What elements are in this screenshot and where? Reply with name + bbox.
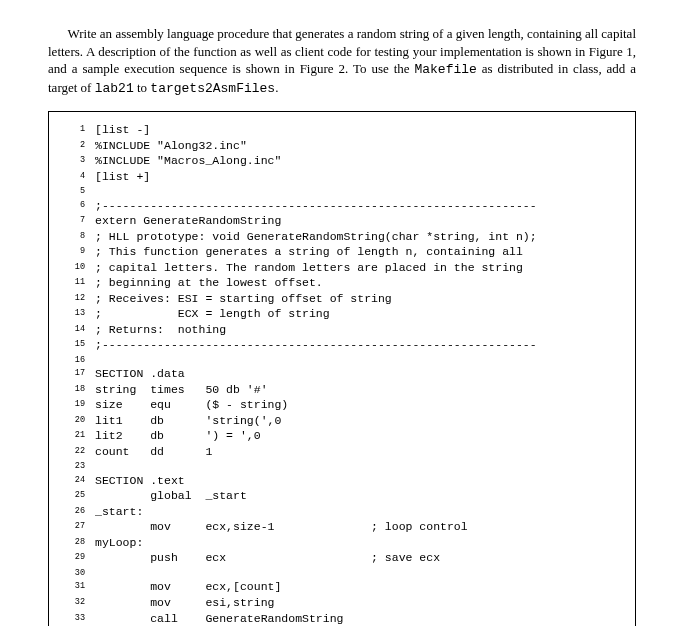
line-number: 25 bbox=[59, 488, 85, 504]
line-number: 18 bbox=[59, 382, 85, 398]
line-number: 28 bbox=[59, 535, 85, 551]
code-text: extern GenerateRandomString bbox=[85, 213, 623, 229]
line-number: 33 bbox=[59, 611, 85, 627]
line-number: 15 bbox=[59, 337, 85, 353]
code-text: myLoop: bbox=[85, 535, 623, 551]
line-number: 17 bbox=[59, 366, 85, 382]
intro-paragraph: Write an assembly language procedure tha… bbox=[48, 25, 636, 97]
code-text: ;---------------------------------------… bbox=[85, 198, 623, 214]
code-line: 8; HLL prototype: void GenerateRandomStr… bbox=[59, 229, 623, 245]
code-line: 1[list -] bbox=[59, 122, 623, 138]
code-line: 9; This function generates a string of l… bbox=[59, 244, 623, 260]
line-number: 3 bbox=[59, 153, 85, 169]
code-text bbox=[85, 566, 623, 579]
line-number: 21 bbox=[59, 428, 85, 444]
intro-text-3: to bbox=[134, 80, 151, 95]
code-line: 10; capital letters. The random letters … bbox=[59, 260, 623, 276]
code-line: 29 push ecx ; save ecx bbox=[59, 550, 623, 566]
code-text: mov ecx,size-1 ; loop control bbox=[85, 519, 623, 535]
code-text: ; beginning at the lowest offset. bbox=[85, 275, 623, 291]
code-text: mov esi,string bbox=[85, 595, 623, 611]
code-text: _start: bbox=[85, 504, 623, 520]
code-text: [list +] bbox=[85, 169, 623, 185]
code-text: global _start bbox=[85, 488, 623, 504]
code-line: 23 bbox=[59, 459, 623, 472]
line-number: 2 bbox=[59, 138, 85, 154]
code-text: SECTION .data bbox=[85, 366, 623, 382]
intro-code-3: targets2AsmFiles bbox=[150, 81, 275, 96]
line-number: 13 bbox=[59, 306, 85, 322]
code-line: 30 bbox=[59, 566, 623, 579]
line-number: 16 bbox=[59, 353, 85, 366]
line-number: 7 bbox=[59, 213, 85, 229]
line-number: 5 bbox=[59, 184, 85, 197]
line-number: 4 bbox=[59, 169, 85, 185]
code-text: ; capital letters. The random letters ar… bbox=[85, 260, 623, 276]
code-text: ; Returns: nothing bbox=[85, 322, 623, 338]
line-number: 27 bbox=[59, 519, 85, 535]
code-listing: 1[list -]2%INCLUDE "Along32.inc"3%INCLUD… bbox=[48, 111, 636, 626]
code-line: 22count dd 1 bbox=[59, 444, 623, 460]
code-text: push ecx ; save ecx bbox=[85, 550, 623, 566]
intro-text-4: . bbox=[275, 80, 278, 95]
line-number: 8 bbox=[59, 229, 85, 245]
line-number: 29 bbox=[59, 550, 85, 566]
code-line: 25 global _start bbox=[59, 488, 623, 504]
code-line: 5 bbox=[59, 184, 623, 197]
code-line: 7extern GenerateRandomString bbox=[59, 213, 623, 229]
code-text: ;---------------------------------------… bbox=[85, 337, 623, 353]
code-line: 16 bbox=[59, 353, 623, 366]
line-number: 1 bbox=[59, 122, 85, 138]
code-line: 13; ECX = length of string bbox=[59, 306, 623, 322]
code-line: 18string times 50 db '#' bbox=[59, 382, 623, 398]
line-number: 11 bbox=[59, 275, 85, 291]
code-line: 15;-------------------------------------… bbox=[59, 337, 623, 353]
code-text: size equ ($ - string) bbox=[85, 397, 623, 413]
line-number: 9 bbox=[59, 244, 85, 260]
code-text: call GenerateRandomString bbox=[85, 611, 623, 627]
code-text bbox=[85, 184, 623, 197]
line-number: 32 bbox=[59, 595, 85, 611]
code-line: 32 mov esi,string bbox=[59, 595, 623, 611]
code-line: 28myLoop: bbox=[59, 535, 623, 551]
code-text bbox=[85, 353, 623, 366]
code-line: 11; beginning at the lowest offset. bbox=[59, 275, 623, 291]
code-line: 31 mov ecx,[count] bbox=[59, 579, 623, 595]
code-line: 2%INCLUDE "Along32.inc" bbox=[59, 138, 623, 154]
code-line: 26_start: bbox=[59, 504, 623, 520]
code-line: 6;--------------------------------------… bbox=[59, 198, 623, 214]
code-text: count dd 1 bbox=[85, 444, 623, 460]
line-number: 12 bbox=[59, 291, 85, 307]
code-text: ; This function generates a string of le… bbox=[85, 244, 623, 260]
line-number: 23 bbox=[59, 459, 85, 472]
code-text: SECTION .text bbox=[85, 473, 623, 489]
line-number: 14 bbox=[59, 322, 85, 338]
line-number: 22 bbox=[59, 444, 85, 460]
line-number: 19 bbox=[59, 397, 85, 413]
code-text: lit1 db 'string(',0 bbox=[85, 413, 623, 429]
line-number: 20 bbox=[59, 413, 85, 429]
code-line: 4[list +] bbox=[59, 169, 623, 185]
line-number: 24 bbox=[59, 473, 85, 489]
code-line: 33 call GenerateRandomString bbox=[59, 611, 623, 627]
code-line: 20lit1 db 'string(',0 bbox=[59, 413, 623, 429]
line-number: 26 bbox=[59, 504, 85, 520]
code-text: string times 50 db '#' bbox=[85, 382, 623, 398]
code-text: ; HLL prototype: void GenerateRandomStri… bbox=[85, 229, 623, 245]
line-number: 10 bbox=[59, 260, 85, 276]
code-text: [list -] bbox=[85, 122, 623, 138]
code-line: 24SECTION .text bbox=[59, 473, 623, 489]
code-line: 19size equ ($ - string) bbox=[59, 397, 623, 413]
code-text: mov ecx,[count] bbox=[85, 579, 623, 595]
code-line: 17SECTION .data bbox=[59, 366, 623, 382]
code-line: 12; Receives: ESI = starting offset of s… bbox=[59, 291, 623, 307]
code-text: ; ECX = length of string bbox=[85, 306, 623, 322]
code-text: ; Receives: ESI = starting offset of str… bbox=[85, 291, 623, 307]
line-number: 6 bbox=[59, 198, 85, 214]
code-text bbox=[85, 459, 623, 472]
code-line: 3%INCLUDE "Macros_Along.inc" bbox=[59, 153, 623, 169]
code-text: %INCLUDE "Along32.inc" bbox=[85, 138, 623, 154]
intro-code-2: lab21 bbox=[95, 81, 134, 96]
code-text: %INCLUDE "Macros_Along.inc" bbox=[85, 153, 623, 169]
line-number: 30 bbox=[59, 566, 85, 579]
